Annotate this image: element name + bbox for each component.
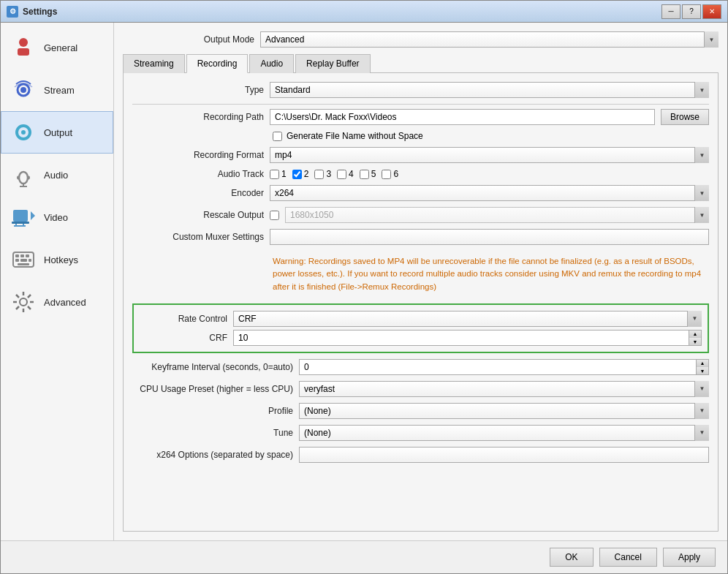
tabs: Streaming Recording Audio Replay Buffer [123, 53, 718, 73]
crf-down-button[interactable]: ▼ [689, 338, 701, 345]
track-item-6: 6 [382, 169, 398, 179]
tab-audio[interactable]: Audio [249, 54, 294, 73]
apply-button[interactable]: Apply [663, 548, 716, 567]
encoder-label: Encoder [132, 188, 264, 198]
titlebar-left: ⚙ Settings [7, 6, 57, 18]
svg-rect-1 [18, 48, 29, 56]
profile-select[interactable]: (None) [299, 403, 709, 419]
keyframe-spinbox-btns: ▲ ▼ [696, 359, 709, 375]
rescale-select-wrapper: 1680x1050 ▼ [285, 207, 709, 223]
track-2-checkbox[interactable] [292, 170, 302, 179]
sidebar-label-stream: Stream [44, 85, 75, 96]
sidebar-item-hotkeys[interactable]: Hotkeys [1, 238, 113, 281]
sidebar: General Stream [1, 23, 114, 540]
crf-label: CRF [140, 333, 227, 343]
hotkeys-icon [10, 246, 37, 273]
svg-rect-20 [20, 259, 27, 262]
svg-point-3 [20, 87, 26, 93]
generate-filename-row: Generate File Name without Space [132, 131, 709, 141]
generate-filename-checkbox[interactable] [273, 132, 282, 141]
output-mode-select-wrapper: Advanced ▼ [260, 31, 718, 48]
cancel-button[interactable]: Cancel [599, 548, 657, 567]
keyframe-down-button[interactable]: ▼ [697, 367, 708, 374]
track-5-checkbox[interactable] [360, 170, 369, 179]
track-6-checkbox[interactable] [382, 170, 391, 179]
sidebar-item-video[interactable]: Video [1, 196, 113, 238]
advanced-icon [10, 289, 37, 315]
sidebar-item-output[interactable]: Output [1, 111, 113, 154]
output-mode-row: Output Mode Advanced ▼ [123, 31, 718, 48]
track-item-2: 2 [292, 169, 309, 179]
encoder-select[interactable]: x264 [270, 185, 709, 201]
svg-point-6 [19, 172, 28, 184]
sidebar-label-advanced: Advanced [44, 297, 86, 308]
x264-options-label: x264 Options (separated by space) [132, 450, 293, 460]
video-icon [10, 204, 37, 230]
divider-1 [132, 104, 709, 105]
track-1-checkbox[interactable] [270, 170, 279, 179]
type-select[interactable]: Standard [270, 82, 709, 98]
help-button[interactable]: ? [682, 4, 701, 19]
tab-replay-buffer[interactable]: Replay Buffer [295, 54, 371, 73]
cpu-preset-select-wrapper: veryfast ultrafast superfast fast medium… [299, 381, 709, 397]
crf-input[interactable]: 10 [233, 330, 689, 346]
svg-point-0 [19, 38, 28, 47]
svg-rect-18 [26, 254, 29, 257]
rescale-row: Rescale Output 1680x1050 ▼ [132, 207, 709, 223]
crf-spinbox: 10 ▲ ▼ [233, 330, 702, 346]
track-4-checkbox[interactable] [337, 170, 346, 179]
keyframe-row: Keyframe Interval (seconds, 0=auto) ▲ ▼ [132, 359, 709, 375]
tune-row: Tune (None) ▼ [132, 425, 709, 441]
path-label: Recording Path [132, 112, 264, 122]
track-6-label: 6 [393, 169, 398, 179]
general-icon [10, 34, 37, 61]
rate-control-row: Rate Control CRF CBR ABR VBR ▼ [140, 311, 702, 327]
svg-marker-14 [31, 211, 35, 220]
rate-control-select[interactable]: CRF CBR ABR VBR [233, 311, 702, 327]
profile-select-wrapper: (None) ▼ [299, 403, 709, 419]
track-5-label: 5 [371, 169, 376, 179]
sidebar-label-hotkeys: Hotkeys [44, 254, 78, 265]
rescale-checkbox[interactable] [270, 211, 279, 220]
tab-streaming[interactable]: Streaming [123, 54, 185, 73]
ok-button[interactable]: OK [550, 548, 593, 567]
warning-box: Warning: Recordings saved to MP4 will be… [273, 251, 709, 298]
track-2-label: 2 [304, 169, 309, 179]
titlebar-buttons: ─ ? ✕ [661, 4, 721, 19]
svg-rect-9 [13, 210, 28, 222]
output-mode-select[interactable]: Advanced [260, 31, 718, 48]
titlebar: ⚙ Settings ─ ? ✕ [1, 1, 727, 23]
tune-select[interactable]: (None) [299, 425, 709, 441]
svg-rect-10 [12, 222, 29, 224]
cpu-preset-select[interactable]: veryfast ultrafast superfast fast medium… [299, 381, 709, 397]
tab-recording[interactable]: Recording [186, 54, 249, 73]
keyframe-input[interactable] [299, 359, 696, 375]
warning-text: Warning: Recordings saved to MP4 will be… [273, 257, 701, 291]
svg-rect-21 [29, 259, 31, 262]
format-select[interactable]: mp4 mkv [270, 147, 709, 163]
window-title: Settings [23, 7, 57, 17]
tune-select-wrapper: (None) ▼ [299, 425, 709, 441]
sidebar-item-advanced[interactable]: Advanced [1, 281, 113, 323]
x264-options-input[interactable] [299, 447, 709, 463]
rescale-label: Rescale Output [132, 210, 264, 220]
browse-button[interactable]: Browse [661, 109, 709, 125]
footer: OK Cancel Apply [1, 540, 727, 573]
format-label: Recording Format [132, 150, 264, 160]
output-mode-label: Output Mode [123, 34, 254, 45]
sidebar-label-video: Video [44, 212, 68, 223]
custom-muxer-input[interactable] [270, 229, 709, 245]
track-item-5: 5 [360, 169, 376, 179]
crf-up-button[interactable]: ▲ [689, 331, 701, 339]
minimize-button[interactable]: ─ [661, 4, 680, 19]
format-select-wrapper: mp4 mkv ▼ [270, 147, 709, 163]
rescale-select[interactable]: 1680x1050 [285, 207, 709, 223]
sidebar-item-stream[interactable]: Stream [1, 69, 113, 111]
keyframe-up-button[interactable]: ▲ [697, 360, 708, 368]
track-3-checkbox[interactable] [314, 170, 324, 179]
path-input[interactable]: C:\Users\Dr. Mack Foxx\Videos [270, 109, 655, 125]
sidebar-item-audio[interactable]: Audio [1, 154, 113, 196]
close-button[interactable]: ✕ [702, 4, 721, 19]
sidebar-item-general[interactable]: General [1, 26, 113, 69]
tab-content-recording: Type Standard ▼ Recording Path C:\Users\… [123, 73, 718, 532]
